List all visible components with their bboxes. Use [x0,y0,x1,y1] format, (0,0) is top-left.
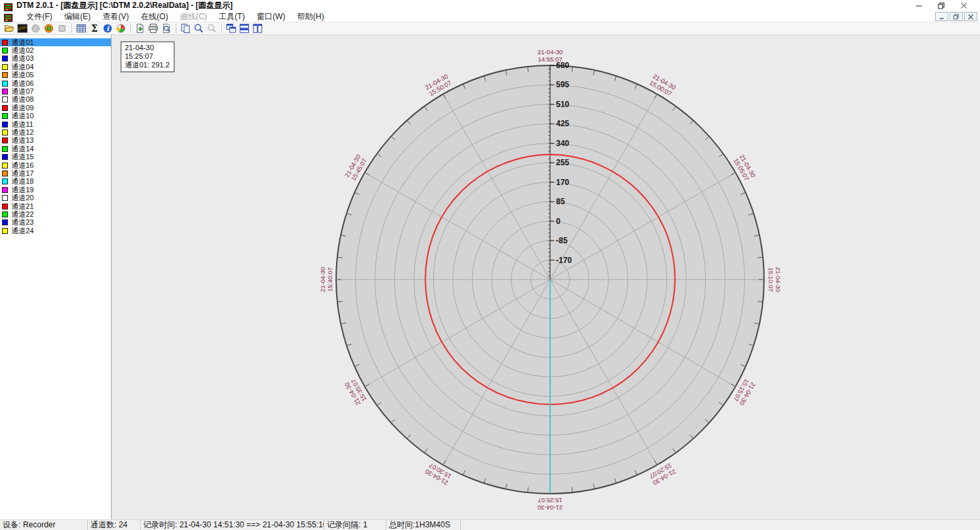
channel-label: 通道12 [11,129,34,136]
zoom-reset-button [205,22,219,34]
info-icon: i [102,23,113,34]
axis-tick-label: -170 [556,256,572,265]
status-device: 设备: Recorder [0,520,88,530]
channel-color-swatch [2,154,8,160]
printer-icon [148,23,158,34]
time-label-145507: 21-04-3014:55:07 [538,49,563,63]
channel-label: 通道01 [11,39,34,46]
channel-item-06[interactable]: 通道06 [0,79,111,87]
mdi-minimize-button[interactable] [935,12,948,21]
axis-tick-label: 0 [556,217,561,226]
channel-label: 通道22 [11,211,34,218]
channel-item-08[interactable]: 通道08 [0,96,111,104]
channel-label: 通道04 [11,63,34,71]
channel-label: 通道21 [11,203,34,210]
restore-button[interactable] [930,0,952,11]
status-total-time: 总时间:1H3M40S [386,520,461,530]
channel-color-swatch [2,81,8,87]
channel-item-17[interactable]: 通道17 [0,169,111,177]
channel-item-19[interactable]: 通道19 [0,186,111,194]
main-area: 通道01通道02通道03通道04通道05通道06通道07通道08通道09通道10… [0,35,980,519]
menu-o[interactable]: 在线(O) [135,11,174,23]
channel-item-21[interactable]: 通道21 [0,202,111,210]
channel-label: 通道15 [11,153,34,161]
channel-item-01[interactable]: 通道01 [0,38,111,46]
status-bar: 设备: Recorder通道数: 24记录时间: 21-04-30 14:51:… [0,519,980,530]
zoom-button[interactable] [192,22,205,34]
menu-e[interactable]: 编辑(E) [58,11,96,23]
channel-item-15[interactable]: 通道15 [0,153,111,161]
channel-item-02[interactable]: 通道02 [0,46,111,54]
print-button[interactable] [147,22,160,34]
channel-item-23[interactable]: 通道23 [0,219,111,227]
channel-color-swatch [2,64,8,70]
channel-item-03[interactable]: 通道03 [0,55,111,63]
channel-label: 通道24 [11,227,34,235]
window-title: DTM 2.0.1 - [圆盘显示] [C:\DTM 2.0.2\RealDat… [17,0,232,11]
export-button[interactable] [133,22,147,34]
channel-item-07[interactable]: 通道07 [0,87,111,95]
channel-label: 通道23 [11,219,34,226]
info-button[interactable]: i [101,22,114,34]
mdi-close-button[interactable] [964,12,977,21]
gray-circle-icon [30,23,41,34]
channel-item-04[interactable]: 通道04 [0,63,111,71]
data-table-button[interactable] [75,22,88,34]
pie-chart-button[interactable] [114,22,127,34]
channel-item-16[interactable]: 通道16 [0,161,111,169]
channel-label: 通道13 [11,137,34,144]
tooltip-time: 15:25:07 [125,52,170,61]
channel-label: 通道19 [11,186,34,194]
data-view-button[interactable] [16,22,29,34]
channel-item-22[interactable]: 通道22 [0,210,111,218]
channel-item-09[interactable]: 通道09 [0,104,111,112]
status-record-time: 记录时间: 21-04-30 14:51:30 ==> 21-04-30 15:… [141,520,324,530]
open-file-button[interactable] [3,22,16,34]
polar-chart-area[interactable]: 680595510425340255170850-85-170 21-04-30… [112,35,980,519]
tile-horizontal-icon [239,23,250,34]
time-label-151007: 21-04-3015:10:07 [767,267,781,292]
print-preview-icon [161,23,172,34]
online-stop-button [55,22,69,34]
channel-color-swatch [2,228,8,234]
online-record-button[interactable] [42,22,55,34]
channel-item-24[interactable]: 通道24 [0,227,111,235]
copy-button[interactable] [179,22,192,34]
channel-item-10[interactable]: 通道10 [0,112,111,120]
menu-w[interactable]: 窗口(W) [251,11,291,23]
menu-f[interactable]: 文件(F) [20,11,58,23]
minimize-button[interactable] [907,0,930,11]
tile-vertical-icon [252,23,263,34]
menu-t[interactable]: 工具(T) [213,11,250,23]
statistics-button[interactable]: Σ [88,22,101,34]
cascade-windows-button[interactable] [225,22,238,34]
channel-item-12[interactable]: 通道12 [0,128,111,136]
tile-vertical-button[interactable] [251,22,264,34]
channel-color-swatch [2,204,8,209]
channel-label: 通道07 [11,88,34,95]
print-preview-button[interactable] [160,22,173,34]
channel-label: 通道14 [11,145,34,153]
channel-color-swatch [2,56,8,61]
table-grid-icon [76,23,87,34]
time-label-154007: 21-04-3015:40:07 [320,267,333,292]
toolbar: Σi [0,22,980,35]
channel-item-20[interactable]: 通道20 [0,194,111,202]
channel-item-18[interactable]: 通道18 [0,178,111,186]
axis-tick-label: 340 [556,139,569,148]
polar-chart[interactable]: 680595510425340255170850-85-170 [112,35,979,519]
axis-tick-label: -85 [556,236,568,245]
menu-v[interactable]: 查看(V) [96,11,135,23]
channel-list: 通道01通道02通道03通道04通道05通道06通道07通道08通道09通道10… [0,35,112,519]
channel-item-13[interactable]: 通道13 [0,137,111,145]
channel-color-swatch [2,105,8,111]
status-record-interval: 记录间隔: 1 [324,520,386,530]
channel-item-05[interactable]: 通道05 [0,71,111,79]
tile-horizontal-button[interactable] [238,22,251,34]
close-button[interactable] [952,0,975,11]
menu-h[interactable]: 帮助(H) [291,11,330,23]
mdi-restore-button[interactable] [950,12,963,21]
channel-item-11[interactable]: 通道11 [0,120,111,128]
online-pause-button [29,22,42,34]
channel-item-14[interactable]: 通道14 [0,145,111,153]
